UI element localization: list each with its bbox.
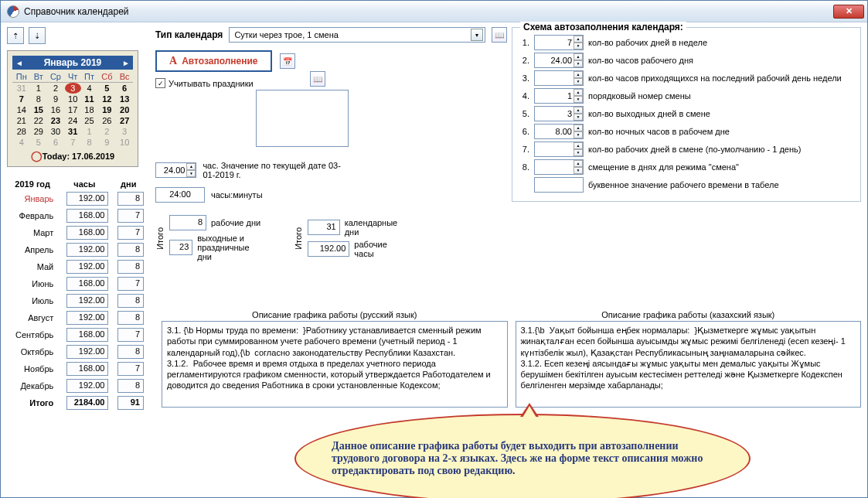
info-callout: Данное описание графика работы будет вых…: [294, 414, 751, 498]
month-label[interactable]: Май: [7, 258, 58, 275]
month-hours[interactable]: 168.00: [66, 226, 108, 240]
collapse-up-button[interactable]: ⇡: [7, 27, 24, 44]
lookup-icon[interactable]: 📖: [492, 27, 507, 43]
month-label[interactable]: Ноябрь: [7, 360, 58, 377]
calendar-type-combo[interactable]: Сутки через трое, 1 смена ▾: [229, 27, 485, 43]
schema-letter-input[interactable]: [534, 177, 584, 193]
month-hours[interactable]: 192.00: [66, 294, 108, 308]
autofill-a-icon: A: [169, 55, 177, 67]
desc-ru-textarea[interactable]: 3.1. {\b Нормы труда по времени: }Работн…: [162, 321, 508, 408]
schema-input-8[interactable]: ▲▼: [534, 159, 584, 175]
month-days[interactable]: 7: [117, 328, 144, 342]
schema-label-4: порядковый номер смены: [588, 91, 854, 101]
month-hours[interactable]: 192.00: [66, 192, 108, 206]
hours-minutes-caption: часы:минуты: [211, 190, 263, 200]
month-days[interactable]: 7: [117, 362, 144, 376]
month-days[interactable]: 7: [117, 209, 144, 223]
notes-icon[interactable]: 📖: [310, 71, 325, 87]
hours-input[interactable]: 24.00▲▼: [155, 162, 196, 178]
schema-input-3[interactable]: ▲▼: [534, 70, 584, 86]
schema-input-4[interactable]: 1▲▼: [534, 88, 584, 104]
collapse-down-button[interactable]: ⇣: [29, 27, 46, 44]
month-hours[interactable]: 192.00: [66, 243, 108, 257]
desc-kz-textarea[interactable]: 3.1.{\b Уақыт бойынша еңбек нормалары: }…: [516, 321, 862, 408]
month-hours[interactable]: 168.00: [66, 362, 108, 376]
autofill-button[interactable]: A Автозаполнение: [155, 50, 272, 72]
window-title: Справочник календарей: [24, 6, 129, 17]
consider-holidays-label: Учитывать праздники: [168, 79, 254, 88]
schema-label-2: кол-во часов рабочего дня: [588, 56, 854, 65]
month-hours[interactable]: 192.00: [66, 311, 108, 325]
work-days-value: 8: [169, 215, 206, 230]
month-label[interactable]: Апрель: [7, 241, 58, 258]
off-days-value: 23: [169, 240, 192, 255]
work-hours-value: 192.00: [308, 241, 349, 257]
month-hours[interactable]: 168.00: [66, 277, 108, 291]
prev-month-button[interactable]: ◄: [15, 59, 23, 67]
desc-ru-header: Описание графика работы (русский язык): [162, 310, 508, 319]
month-label[interactable]: Декабрь: [7, 377, 58, 394]
calendar-icon[interactable]: 📅: [280, 53, 295, 69]
month-days[interactable]: 8: [117, 192, 144, 206]
month-days[interactable]: 7: [117, 226, 144, 240]
calendar-today-label[interactable]: ◯Today: 17.06.2019: [12, 148, 133, 162]
month-label[interactable]: Август: [7, 309, 58, 326]
schema-label-1: кол-во рабочих дней в неделе: [588, 38, 854, 47]
month-days[interactable]: 8: [117, 260, 144, 274]
schema-label-5: кол-во выходных дней в смене: [588, 109, 854, 118]
cal-days-value: 31: [308, 220, 339, 235]
year-summary-table: 2019 годчасыдни Январь 192.00 8Февраль 1…: [7, 178, 146, 411]
month-hours[interactable]: 192.00: [66, 379, 108, 393]
schema-input-6[interactable]: 8.00▲▼: [534, 124, 584, 139]
schema-label-8: смещение в днях для режима "смена": [588, 162, 854, 172]
calendar-month-title: Январь 2019: [44, 57, 102, 68]
schema-fieldset: Схема автозаполнения календаря: 1. 7▲▼ к…: [512, 27, 861, 202]
schema-label-3: кол-во часов приходящихся на последний р…: [588, 73, 854, 83]
schema-input-7[interactable]: ▲▼: [534, 142, 584, 157]
desc-kz-header: Описание графика работы (казахский язык): [516, 310, 862, 319]
month-days[interactable]: 8: [117, 311, 144, 325]
month-days[interactable]: 8: [117, 345, 144, 359]
month-label[interactable]: Март: [7, 224, 58, 241]
month-label[interactable]: Октябрь: [7, 343, 58, 360]
titlebar: Справочник календарей ✕: [1, 1, 867, 22]
month-calendar: ◄ Январь 2019 ► ПнВтСрЧтПтСбВс 31123456 …: [7, 50, 138, 167]
calendar-grid[interactable]: ПнВтСрЧтПтСбВс 31123456 78910111213 1415…: [12, 71, 133, 148]
month-hours[interactable]: 192.00: [66, 345, 108, 359]
chevron-down-icon[interactable]: ▾: [471, 29, 483, 41]
schema-label-6: кол-во ночных часов в рабочем дне: [588, 127, 854, 136]
month-days[interactable]: 8: [117, 379, 144, 393]
schema-label-7: кол-во рабочих дней в смене (по-умолчани…: [588, 145, 854, 154]
itogo-label-right: Итого: [294, 227, 303, 250]
month-hours[interactable]: 168.00: [66, 328, 108, 342]
itogo-label-left: Итого: [155, 227, 165, 250]
next-month-button[interactable]: ►: [122, 59, 130, 67]
calendar-type-label: Тип календаря: [155, 29, 223, 40]
month-label[interactable]: Январь: [7, 190, 58, 207]
month-label[interactable]: Февраль: [7, 207, 58, 224]
month-days[interactable]: 8: [117, 294, 144, 308]
month-hours[interactable]: 192.00: [66, 260, 108, 274]
month-label[interactable]: Сентябрь: [7, 326, 58, 343]
notes-textarea[interactable]: [256, 90, 349, 147]
close-button[interactable]: ✕: [833, 5, 864, 19]
schema-input-2[interactable]: 24.00▲▼: [534, 53, 584, 68]
month-label[interactable]: Июль: [7, 292, 58, 309]
month-label[interactable]: Июнь: [7, 275, 58, 292]
month-days[interactable]: 7: [117, 277, 144, 291]
hours-minutes-input[interactable]: 24:00: [155, 187, 205, 203]
app-logo-icon: [7, 5, 19, 18]
month-hours[interactable]: 168.00: [66, 209, 108, 223]
month-days[interactable]: 8: [117, 243, 144, 257]
schema-legend: Схема автозаполнения календаря:: [520, 22, 686, 32]
schema-input-5[interactable]: 3▲▼: [534, 106, 584, 121]
hours-caption: час. Значение по текущей дате 03-01-2019…: [203, 161, 349, 179]
consider-holidays-checkbox[interactable]: ✓: [155, 78, 165, 88]
schema-input-1[interactable]: 7▲▼: [534, 35, 584, 50]
